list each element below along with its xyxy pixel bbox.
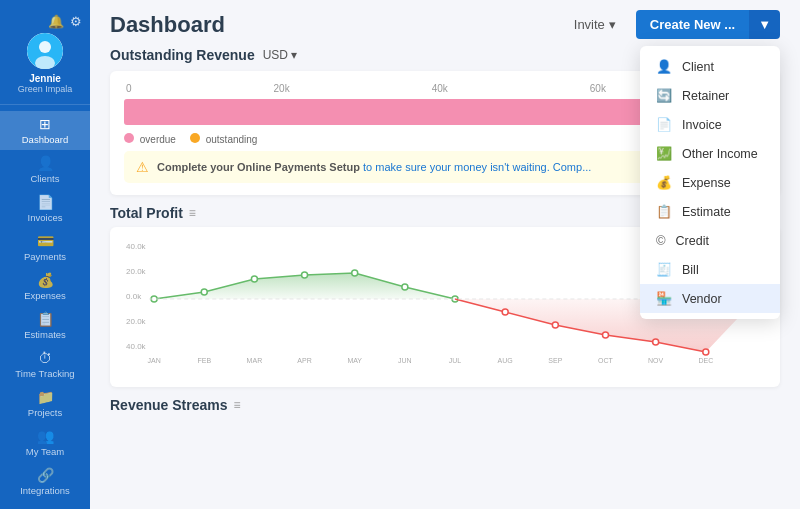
- invoices-icon: 📄: [37, 194, 54, 210]
- sidebar-item-projects[interactable]: 📁 Projects: [0, 384, 90, 423]
- sidebar-item-estimates[interactable]: 📋 Estimates: [0, 306, 90, 345]
- bell-icon[interactable]: 🔔: [48, 14, 64, 29]
- legend-overdue: overdue: [124, 133, 176, 145]
- dropdown-item-estimate[interactable]: 📋 Estimate: [640, 197, 780, 226]
- dropdown-item-credit[interactable]: © Credit: [640, 226, 780, 255]
- notice-link[interactable]: to make sure your money isn't waiting. C…: [363, 161, 591, 173]
- client-icon: 👤: [656, 59, 672, 74]
- page-title: Dashboard: [110, 12, 225, 38]
- sidebar-item-label: Integrations: [20, 485, 70, 496]
- sidebar-item-my-team[interactable]: 👥 My Team: [0, 423, 90, 462]
- estimate-icon: 📋: [656, 204, 672, 219]
- integrations-icon: 🔗: [37, 467, 54, 483]
- svg-text:JUN: JUN: [398, 357, 412, 364]
- dropdown-item-label: Bill: [682, 263, 699, 277]
- sidebar-item-invoices[interactable]: 📄 Invoices: [0, 189, 90, 228]
- chart-dot: [352, 270, 358, 276]
- gear-icon[interactable]: ⚙: [70, 14, 82, 29]
- notice-icon: ⚠: [136, 159, 149, 175]
- create-new-dropdown: 👤 Client 🔄 Retainer 📄 Invoice 💹 Other In…: [640, 46, 780, 319]
- dropdown-item-label: Other Income: [682, 147, 758, 161]
- svg-text:NOV: NOV: [648, 357, 664, 364]
- dropdown-item-client[interactable]: 👤 Client: [640, 52, 780, 81]
- currency-chevron-icon: ▾: [291, 48, 297, 62]
- main-content: Dashboard Invite ▾ Create New ... ▼ 👤 Cl…: [90, 0, 800, 509]
- sidebar-item-payments[interactable]: 💳 Payments: [0, 228, 90, 267]
- dropdown-item-invoice[interactable]: 📄 Invoice: [640, 110, 780, 139]
- dropdown-item-label: Vendor: [682, 292, 722, 306]
- invite-button[interactable]: Invite ▾: [564, 11, 626, 38]
- notice-text: Complete your Online Payments Setup to m…: [157, 161, 591, 173]
- sidebar-item-label: Time Tracking: [15, 368, 74, 379]
- sidebar-username: Jennie: [29, 73, 61, 84]
- svg-text:40.0k: 40.0k: [126, 342, 147, 351]
- projects-icon: 📁: [37, 389, 54, 405]
- avatar[interactable]: [27, 33, 63, 69]
- dropdown-item-label: Client: [682, 60, 714, 74]
- svg-point-1: [39, 41, 51, 53]
- invite-label: Invite: [574, 17, 605, 32]
- chart-dot: [502, 309, 508, 315]
- expenses-icon: 💰: [37, 272, 54, 288]
- sidebar-item-integrations[interactable]: 🔗 Integrations: [0, 462, 90, 501]
- legend-outstanding: outstanding: [190, 133, 258, 145]
- svg-text:MAY: MAY: [347, 357, 362, 364]
- dropdown-item-expense[interactable]: 💰 Expense: [640, 168, 780, 197]
- svg-text:OCT: OCT: [598, 357, 614, 364]
- svg-text:SEP: SEP: [548, 357, 562, 364]
- chart-dot: [402, 284, 408, 290]
- credit-icon: ©: [656, 233, 666, 248]
- chart-dot: [602, 332, 608, 338]
- create-new-chevron-button[interactable]: ▼: [749, 10, 780, 39]
- sidebar-item-label: Projects: [28, 407, 62, 418]
- svg-text:APR: APR: [297, 357, 311, 364]
- outstanding-revenue-title: Outstanding Revenue: [110, 47, 255, 63]
- chart-dot: [201, 289, 207, 295]
- sidebar-item-label: My Team: [26, 446, 64, 457]
- sidebar-item-dashboard[interactable]: ⊞ Dashboard: [0, 111, 90, 150]
- time-tracking-icon: ⏱: [38, 350, 52, 366]
- outstanding-dot: [190, 133, 200, 143]
- sidebar-item-clients[interactable]: 👤 Clients: [0, 150, 90, 189]
- dropdown-item-retainer[interactable]: 🔄 Retainer: [640, 81, 780, 110]
- sidebar-header: 🔔 ⚙ Jennie Green Impala: [0, 8, 90, 105]
- expense-icon: 💰: [656, 175, 672, 190]
- currency-selector[interactable]: USD ▾: [263, 48, 297, 62]
- sidebar-company: Green Impala: [18, 84, 73, 94]
- dropdown-item-other-income[interactable]: 💹 Other Income: [640, 139, 780, 168]
- topbar: Dashboard Invite ▾ Create New ... ▼ 👤 Cl…: [90, 0, 800, 47]
- bill-icon: 🧾: [656, 262, 672, 277]
- chart-dot: [653, 339, 659, 345]
- revenue-streams-title: Revenue Streams: [110, 397, 228, 413]
- currency-label: USD: [263, 48, 288, 62]
- sidebar-item-label: Clients: [30, 173, 59, 184]
- revenue-streams-section: Revenue Streams ≡: [110, 397, 780, 413]
- sidebar-item-time-tracking[interactable]: ⏱ Time Tracking: [0, 345, 90, 384]
- revenue-filter-icon[interactable]: ≡: [234, 398, 241, 412]
- dropdown-item-label: Expense: [682, 176, 731, 190]
- filter-icon[interactable]: ≡: [189, 206, 196, 220]
- topbar-right: Invite ▾ Create New ... ▼ 👤 Client 🔄 Ret…: [564, 10, 780, 39]
- sidebar-item-label: Dashboard: [22, 134, 68, 145]
- overdue-dot: [124, 133, 134, 143]
- dropdown-item-vendor[interactable]: 🏪 Vendor: [640, 284, 780, 313]
- create-new-group: Create New ... ▼ 👤 Client 🔄 Retainer 📄 I…: [636, 10, 780, 39]
- axis-label-0: 0: [126, 83, 132, 94]
- retainer-icon: 🔄: [656, 88, 672, 103]
- sidebar-item-label: Estimates: [24, 329, 66, 340]
- svg-text:0.0k: 0.0k: [126, 292, 142, 301]
- sidebar-item-label: Expenses: [24, 290, 66, 301]
- dropdown-item-bill[interactable]: 🧾 Bill: [640, 255, 780, 284]
- chart-dot: [302, 272, 308, 278]
- dropdown-item-label: Credit: [676, 234, 709, 248]
- create-new-button[interactable]: Create New ...: [636, 10, 749, 39]
- chart-dot: [552, 322, 558, 328]
- svg-text:AUG: AUG: [498, 357, 513, 364]
- total-profit-title: Total Profit: [110, 205, 183, 221]
- svg-text:FEB: FEB: [197, 357, 211, 364]
- dropdown-item-label: Retainer: [682, 89, 729, 103]
- sidebar-item-expenses[interactable]: 💰 Expenses: [0, 267, 90, 306]
- sidebar-item-label: Invoices: [28, 212, 63, 223]
- svg-text:MAR: MAR: [247, 357, 263, 364]
- svg-text:JAN: JAN: [147, 357, 160, 364]
